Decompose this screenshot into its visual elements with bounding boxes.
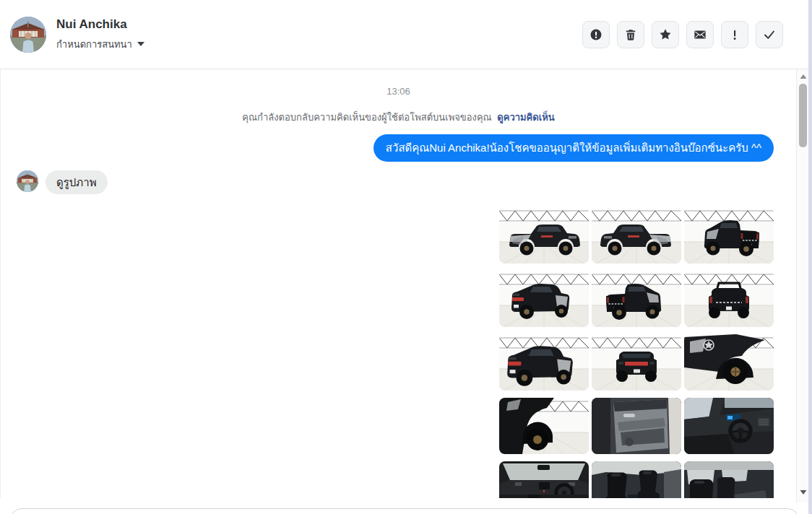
contact-meta: Nui Anchika กำหนดการสนทนา <box>56 17 144 52</box>
truck-rear-quarter-photo <box>684 207 774 263</box>
star-button[interactable] <box>652 21 679 48</box>
photo-thumbnail[interactable] <box>499 207 589 263</box>
message-composer-input[interactable] <box>10 508 799 514</box>
star-icon <box>658 27 673 42</box>
conversation-label-dropdown[interactable]: กำหนดการสนทนา <box>56 37 144 52</box>
rear-seats-photo <box>684 461 774 498</box>
outgoing-message-row: สวัสดีคุณNui Anchika!น้องโชคขออนุญาติให้… <box>1 134 774 162</box>
truck-rear-photo <box>684 271 774 327</box>
conversation-label: กำหนดการสนทนา <box>56 37 132 52</box>
exclamation-icon <box>727 27 742 42</box>
chevron-down-icon <box>137 42 144 46</box>
photo-thumbnail[interactable] <box>592 207 681 263</box>
dashboard-wide-photo <box>499 461 589 498</box>
photo-thumbnail[interactable] <box>499 334 589 391</box>
contact-name: Nui Anchika <box>56 17 144 32</box>
header-actions <box>582 21 783 48</box>
door-panel-photo <box>592 398 681 454</box>
mark-done-button[interactable] <box>756 21 783 48</box>
photo-thumbnail[interactable] <box>684 271 774 327</box>
contact-avatar[interactable] <box>10 17 46 53</box>
scroll-down-arrow[interactable] <box>797 489 809 495</box>
incoming-message-row: ดูรูปภาพ <box>17 170 796 194</box>
photo-thumbnail[interactable] <box>684 207 774 263</box>
truck-wheel-fender-photo <box>684 334 774 391</box>
view-comment-link[interactable]: ดูความคิดเห็น <box>497 112 554 123</box>
message-avatar[interactable] <box>17 170 38 192</box>
photo-thumbnail[interactable] <box>499 271 589 327</box>
exclamation-circle-icon <box>589 27 603 42</box>
mark-unread-button[interactable] <box>686 21 714 48</box>
photo-thumbnail[interactable] <box>592 271 681 327</box>
photo-grid <box>499 207 774 498</box>
mark-important-button[interactable] <box>721 21 748 48</box>
photo-thumbnail[interactable] <box>499 461 589 498</box>
truck-front-photo <box>592 334 681 391</box>
photo-thumbnail[interactable] <box>684 461 774 498</box>
truck-front-quarter-close-photo <box>499 334 589 391</box>
window-edge-strip <box>808 0 812 514</box>
outgoing-message-bubble[interactable]: สวัสดีคุณNui Anchika!น้องโชคขออนุญาติให้… <box>373 134 774 162</box>
photo-thumbnail[interactable] <box>592 334 681 391</box>
photo-thumbnail[interactable] <box>684 398 774 454</box>
photo-thumbnail[interactable] <box>592 461 681 498</box>
chat-area: 13:06 คุณกำลังตอบกลับความคิดเห็นของผู้ใช… <box>0 69 796 498</box>
photo-thumbnail[interactable] <box>499 398 589 454</box>
check-icon <box>762 27 777 42</box>
scroll-up-arrow[interactable] <box>797 74 809 79</box>
front-seats-photo <box>592 461 681 498</box>
timestamp: 13:06 <box>1 86 796 97</box>
system-message-text: คุณกำลังตอบกลับความคิดเห็นของผู้ใช้ต่อโพ… <box>242 112 491 123</box>
truck-rear-quarter-left-photo <box>592 271 681 327</box>
envelope-icon <box>693 27 707 42</box>
incoming-message-bubble[interactable]: ดูรูปภาพ <box>46 170 108 194</box>
conversation-header: Nui Anchika กำหนดการสนทนา <box>0 0 808 69</box>
truck-side-facing-right-photo <box>499 207 589 263</box>
delete-button[interactable] <box>617 21 644 48</box>
report-button[interactable] <box>582 21 610 48</box>
dashboard-steering-photo <box>684 398 774 454</box>
photo-thumbnail[interactable] <box>684 334 774 391</box>
scrollbar[interactable] <box>796 69 808 502</box>
trash-icon <box>623 27 638 42</box>
photo-thumbnail[interactable] <box>592 398 681 454</box>
truck-front-quarter-photo <box>499 271 589 327</box>
truck-side-facing-left-photo <box>592 207 681 263</box>
truck-fender-closeup-photo <box>499 398 589 454</box>
system-message: คุณกำลังตอบกลับความคิดเห็นของผู้ใช้ต่อโพ… <box>1 112 796 123</box>
scrollbar-thumb[interactable] <box>799 84 807 147</box>
